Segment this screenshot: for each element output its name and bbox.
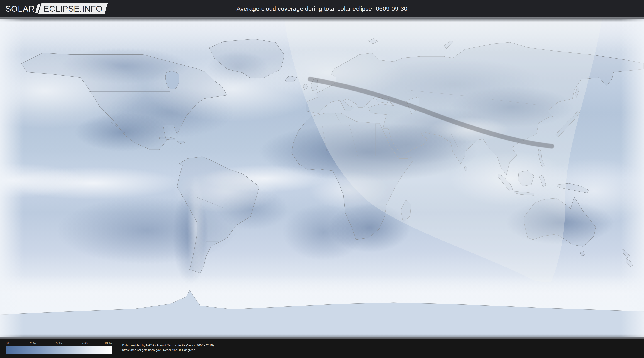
data-attribution: Data provided by NASAs Aqua & Terra sate… <box>122 343 214 352</box>
greenland-outline <box>209 39 284 78</box>
legend-tick-labels: 0% 25% 50% 75% 100% <box>6 342 112 346</box>
hispaniola <box>177 141 185 144</box>
site-logo[interactable]: SOLAR ECLIPSE.INFO <box>5 0 106 17</box>
attribution-line1: Data provided by NASAs Aqua & Terra sate… <box>122 343 214 348</box>
new-zealand-north <box>622 249 630 258</box>
logo-box: ECLIPSE.INFO <box>38 4 108 14</box>
legend-label-0: 0% <box>6 342 10 345</box>
attribution-line2: https://neo.sci.gsfc.nasa.gov | Resoluti… <box>122 348 214 352</box>
legend-gradient-bar <box>6 346 112 353</box>
logo-text-eclipse-info: ECLIPSE.INFO <box>44 4 102 14</box>
new-zealand-south <box>626 258 633 267</box>
cloud-coverage-map <box>0 17 644 339</box>
legend-label-75: 75% <box>82 342 88 345</box>
eclipse-penumbra-overlay <box>284 19 602 283</box>
logo-text-solar: SOLAR <box>5 4 35 14</box>
map-top-edge <box>0 17 644 19</box>
north-america-outline <box>22 53 227 150</box>
cloud-coverage-legend: 0% 25% 50% 75% 100% <box>6 342 112 353</box>
legend-label-100: 100% <box>104 342 112 345</box>
legend-label-25: 25% <box>30 342 36 345</box>
footer-bar: 0% 25% 50% 75% 100% Data provided by NAS… <box>0 339 644 358</box>
antarctica-outline <box>0 290 644 337</box>
iceland <box>285 76 296 82</box>
hudson-bay <box>166 71 180 89</box>
map-bottom-edge <box>0 337 644 339</box>
header-bar: SOLAR ECLIPSE.INFO Average cloud coverag… <box>0 0 644 17</box>
tasmania <box>580 252 584 256</box>
legend-label-50: 50% <box>56 342 62 345</box>
map-overlay-svg <box>0 19 644 337</box>
south-america-outline <box>177 157 260 273</box>
